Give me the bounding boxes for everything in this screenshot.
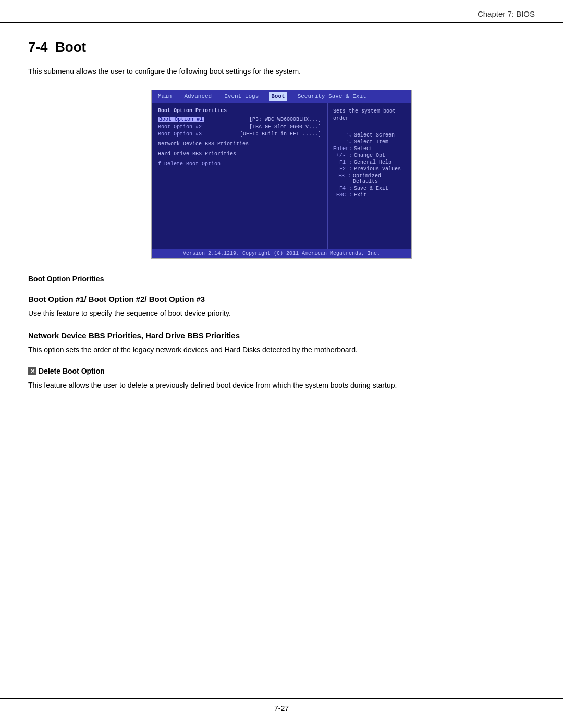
- key-f3: F3 : Optimized Defaults: [333, 173, 406, 184]
- network-bbs-text: This option sets the order of the legacy…: [28, 344, 535, 355]
- boot-option-3-row: Boot Option #3 [UEFI: Built-in EFI .....…: [158, 131, 321, 137]
- bios-menu-advanced[interactable]: Advanced: [182, 92, 214, 101]
- key-plusminus-desc: Change Opt: [354, 153, 385, 158]
- bios-divider: [333, 128, 406, 128]
- network-bbs-section: Network Device BBS Priorities, Hard Driv…: [28, 331, 535, 355]
- chapter-title: Chapter 7: BIOS: [478, 9, 535, 18]
- boot-option-1-row: Boot Option #1 [P3: WDC WD6000BLHX...]: [158, 117, 321, 122]
- f-delete-label[interactable]: f Delete Boot Option: [158, 161, 321, 167]
- key-f4-label: F4 :: [333, 186, 352, 191]
- key-f2-desc: Previous Values: [354, 166, 401, 172]
- key-arrow-updown-screen: ↑↓: [333, 132, 352, 138]
- boot-option-1-value: [P3: WDC WD6000BLHX...]: [249, 117, 321, 122]
- key-plusminus: +/- : Change Opt: [333, 153, 406, 158]
- key-enter: Enter: Select: [333, 146, 406, 152]
- boot-option-2-row: Boot Option #2 [IBA GE Slot 0600 v...]: [158, 124, 321, 130]
- bios-menubar: Main Advanced Event Logs Boot Security S…: [152, 90, 411, 103]
- bios-screenshot: Main Advanced Event Logs Boot Security S…: [151, 90, 412, 259]
- key-f4-desc: Save & Exit: [354, 186, 388, 191]
- harddrive-bbs-label[interactable]: Hard Drive BBS Priorities: [158, 151, 321, 157]
- bios-footer: Version 2.14.1219. Copyright (C) 2011 Am…: [152, 249, 411, 258]
- bios-menu-main[interactable]: Main: [156, 92, 174, 101]
- key-f3-label: F3 :: [333, 173, 351, 184]
- boot-option-numbers-heading: Boot Option #1/ Boot Option #2/ Boot Opt…: [28, 294, 535, 303]
- key-enter-label: Enter:: [333, 146, 352, 152]
- key-select-screen-desc: Select Screen: [354, 132, 395, 138]
- delete-boot-text: This feature allows the user to delete a…: [28, 379, 535, 391]
- key-select-item-desc: Select Item: [354, 139, 388, 145]
- network-device-label[interactable]: Network Device BBS Priorities: [158, 141, 321, 147]
- boot-option-priorities-label: Boot Option Priorities: [158, 108, 321, 114]
- bios-menu-eventlogs[interactable]: Event Logs: [222, 92, 261, 101]
- boot-option-priorities-heading: Boot Option Priorities: [28, 275, 535, 283]
- boot-option-numbers-section: Boot Option #1/ Boot Option #2/ Boot Opt…: [28, 294, 535, 319]
- key-arrow-updown-item: ↑↓: [333, 139, 352, 145]
- bios-right-panel: Sets the system boot order ↑↓ Select Scr…: [328, 103, 411, 249]
- section-title: 7-4 Boot: [28, 39, 535, 55]
- key-f1-desc: General Help: [354, 159, 391, 165]
- key-f3-desc: Optimized Defaults: [353, 173, 406, 184]
- intro-paragraph: This submenu allows the user to configur…: [28, 66, 535, 77]
- key-f1: F1 : General Help: [333, 159, 406, 165]
- bios-help-text: Sets the system boot order: [333, 108, 406, 122]
- key-esc-label: ESC :: [333, 192, 352, 198]
- main-content: 7-4 Boot This submenu allows the user to…: [0, 23, 563, 424]
- bios-menu-security[interactable]: Security Save & Exit: [296, 92, 369, 101]
- key-plusminus-label: +/- :: [333, 153, 352, 158]
- bios-menu-boot[interactable]: Boot: [269, 92, 287, 101]
- network-bbs-heading: Network Device BBS Priorities, Hard Driv…: [28, 331, 535, 340]
- key-esc-desc: Exit: [354, 192, 366, 198]
- x-icon: ✕: [28, 367, 36, 375]
- key-f4: F4 : Save & Exit: [333, 186, 406, 191]
- key-select-screen: ↑↓ Select Screen: [333, 132, 406, 138]
- boot-option-2-value: [IBA GE Slot 0600 v...]: [249, 124, 321, 130]
- boot-option-numbers-text: Use this feature to specify the sequence…: [28, 307, 535, 319]
- delete-boot-heading: ✕ Delete Boot Option: [28, 367, 535, 375]
- key-enter-desc: Select: [354, 146, 373, 152]
- key-f1-label: F1 :: [333, 159, 352, 165]
- key-f2: F2 : Previous Values: [333, 166, 406, 172]
- key-esc: ESC : Exit: [333, 192, 406, 198]
- bios-left-panel: Boot Option Priorities Boot Option #1 [P…: [152, 103, 328, 249]
- page-footer: 7-27: [0, 698, 563, 712]
- page-header: Chapter 7: BIOS: [0, 0, 563, 23]
- boot-option-1-label[interactable]: Boot Option #1: [158, 117, 204, 122]
- boot-option-2-label[interactable]: Boot Option #2: [158, 124, 202, 130]
- bios-body: Boot Option Priorities Boot Option #1 [P…: [152, 103, 411, 249]
- boot-option-3-value: [UEFI: Built-in EFI .....]: [240, 131, 321, 137]
- key-f2-label: F2 :: [333, 166, 352, 172]
- delete-boot-section: ✕ Delete Boot Option This feature allows…: [28, 367, 535, 391]
- boot-option-3-label[interactable]: Boot Option #3: [158, 131, 202, 137]
- page-number: 7-27: [274, 704, 289, 712]
- key-select-item: ↑↓ Select Item: [333, 139, 406, 145]
- boot-option-priorities-section: Boot Option Priorities: [28, 275, 535, 283]
